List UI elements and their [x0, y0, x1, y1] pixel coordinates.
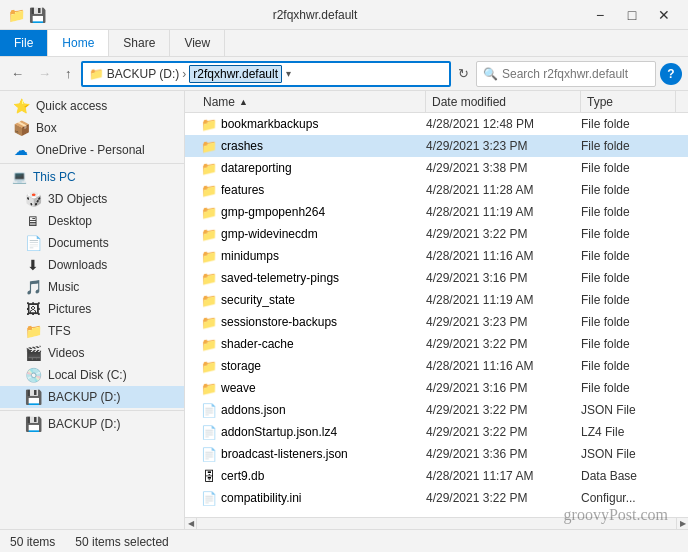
titlebar-save-icon: 💾 [29, 7, 46, 23]
table-row[interactable]: 📁 sessionstore-backups 4/29/2021 3:23 PM… [185, 311, 688, 333]
sidebar-item-label: Videos [48, 346, 84, 360]
file-date: 4/29/2021 3:22 PM [426, 425, 581, 439]
search-input[interactable] [502, 67, 649, 81]
table-row[interactable]: 📁 crashes 4/29/2021 3:23 PM File folde [185, 135, 688, 157]
sidebar-item-desktop[interactable]: 🖥 Desktop [0, 210, 184, 232]
table-row[interactable]: 📁 gmp-gmpopenh264 4/28/2021 11:19 AM Fil… [185, 201, 688, 223]
table-row[interactable]: 📄 addonStartup.json.lz4 4/29/2021 3:22 P… [185, 421, 688, 443]
tab-share[interactable]: Share [109, 30, 170, 56]
sidebar-item-videos[interactable]: 🎬 Videos [0, 342, 184, 364]
table-row[interactable]: 📁 shader-cache 4/29/2021 3:22 PM File fo… [185, 333, 688, 355]
file-date: 4/29/2021 3:23 PM [426, 139, 581, 153]
sidebar-item-label: OneDrive - Personal [36, 143, 145, 157]
tab-view[interactable]: View [170, 30, 225, 56]
sidebar-item-3d-objects[interactable]: 🎲 3D Objects [0, 188, 184, 210]
hscroll-track[interactable] [197, 518, 676, 529]
downloads-icon: ⬇ [24, 257, 42, 273]
file-date: 4/29/2021 3:16 PM [426, 271, 581, 285]
file-name: broadcast-listeners.json [219, 447, 426, 461]
sidebar-item-label: Local Disk (C:) [48, 368, 127, 382]
file-type: File folde [581, 359, 676, 373]
file-type: File folde [581, 337, 676, 351]
main-layout: ⭐ Quick access 📦 Box ☁ OneDrive - Person… [0, 91, 688, 529]
table-row[interactable]: 📁 minidumps 4/28/2021 11:16 AM File fold… [185, 245, 688, 267]
file-name: addons.json [219, 403, 426, 417]
file-type-icon: 📁 [199, 117, 219, 132]
sidebar-item-local-disk[interactable]: 💿 Local Disk (C:) [0, 364, 184, 386]
forward-button[interactable]: → [33, 63, 56, 84]
table-row[interactable]: 📄 broadcast-listeners.json 4/29/2021 3:3… [185, 443, 688, 465]
maximize-button[interactable]: □ [616, 0, 648, 30]
sidebar-item-downloads[interactable]: ⬇ Downloads [0, 254, 184, 276]
address-path[interactable]: 📁 BACKUP (D:) › r2fqxhwr.default ▾ [81, 61, 452, 87]
sidebar-item-music[interactable]: 🎵 Music [0, 276, 184, 298]
selected-count: 50 items selected [75, 535, 168, 549]
horizontal-scrollbar[interactable]: ◀ ▶ [185, 517, 688, 529]
tab-home[interactable]: Home [48, 30, 109, 56]
file-name: gmp-gmpopenh264 [219, 205, 426, 219]
table-row[interactable]: 📁 gmp-widevinecdm 4/29/2021 3:22 PM File… [185, 223, 688, 245]
tfs-icon: 📁 [24, 323, 42, 339]
back-button[interactable]: ← [6, 63, 29, 84]
file-type: File folde [581, 117, 676, 131]
file-name: saved-telemetry-pings [219, 271, 426, 285]
address-dropdown-button[interactable]: ▾ [282, 68, 295, 79]
hscroll-right-button[interactable]: ▶ [676, 518, 688, 529]
sidebar-item-label: BACKUP (D:) [48, 390, 120, 404]
sidebar-item-quick-access[interactable]: ⭐ Quick access [0, 95, 184, 117]
sidebar-item-box[interactable]: 📦 Box [0, 117, 184, 139]
titlebar-window-icons: 📁 💾 [8, 7, 46, 23]
table-row[interactable]: 📁 features 4/28/2021 11:28 AM File folde [185, 179, 688, 201]
table-row[interactable]: 📄 compatibility.ini 4/29/2021 3:22 PM Co… [185, 487, 688, 509]
table-row[interactable]: 📁 saved-telemetry-pings 4/29/2021 3:16 P… [185, 267, 688, 289]
sidebar-item-pictures[interactable]: 🖼 Pictures [0, 298, 184, 320]
table-row[interactable]: 📁 bookmarkbackups 4/28/2021 12:48 PM Fil… [185, 113, 688, 135]
sidebar-item-label: Box [36, 121, 57, 135]
this-pc-icon: 💻 [12, 170, 27, 184]
table-row[interactable]: 📁 storage 4/28/2021 11:16 AM File folde [185, 355, 688, 377]
file-type-icon: 📁 [199, 381, 219, 396]
table-row[interactable]: 🗄 cert9.db 4/28/2021 11:17 AM Data Base [185, 465, 688, 487]
col-header-name[interactable]: Name ▲ [197, 91, 426, 112]
file-type-icon: 🗄 [199, 469, 219, 484]
file-type-icon: 📁 [199, 315, 219, 330]
file-name: features [219, 183, 426, 197]
sidebar-item-tfs[interactable]: 📁 TFS [0, 320, 184, 342]
help-button[interactable]: ? [660, 63, 682, 85]
item-count: 50 items [10, 535, 55, 549]
file-type: File folde [581, 205, 676, 219]
up-button[interactable]: ↑ [60, 63, 77, 84]
minimize-button[interactable]: − [584, 0, 616, 30]
sidebar-item-this-pc[interactable]: 💻 This PC [0, 166, 184, 188]
sidebar-item-documents[interactable]: 📄 Documents [0, 232, 184, 254]
file-date: 4/29/2021 3:36 PM [426, 447, 581, 461]
sidebar-item-label: This PC [33, 170, 76, 184]
file-name: compatibility.ini [219, 491, 426, 505]
file-list: 📁 bookmarkbackups 4/28/2021 12:48 PM Fil… [185, 113, 688, 517]
table-row[interactable]: 📁 security_state 4/28/2021 11:19 AM File… [185, 289, 688, 311]
ribbon-tabs: File Home Share View [0, 30, 688, 56]
table-row[interactable]: 📁 weave 4/29/2021 3:16 PM File folde [185, 377, 688, 399]
sidebar-item-label: Desktop [48, 214, 92, 228]
path-current: r2fqxhwr.default [189, 65, 282, 83]
sidebar-item-backup-d[interactable]: 💾 BACKUP (D:) [0, 386, 184, 408]
sidebar: ⭐ Quick access 📦 Box ☁ OneDrive - Person… [0, 91, 185, 529]
quick-access-icon: ⭐ [12, 98, 30, 114]
sidebar-item-onedrive[interactable]: ☁ OneDrive - Personal [0, 139, 184, 161]
sidebar-item-backup-d2[interactable]: 💾 BACKUP (D:) [0, 413, 184, 435]
col-header-date[interactable]: Date modified [426, 91, 581, 112]
3d-objects-icon: 🎲 [24, 191, 42, 207]
file-type: File folde [581, 183, 676, 197]
onedrive-icon: ☁ [12, 142, 30, 158]
hscroll-left-button[interactable]: ◀ [185, 518, 197, 529]
search-icon: 🔍 [483, 67, 498, 81]
tab-file[interactable]: File [0, 30, 48, 56]
file-date: 4/29/2021 3:16 PM [426, 381, 581, 395]
refresh-button[interactable]: ↻ [455, 63, 472, 84]
table-row[interactable]: 📁 datareporting 4/29/2021 3:38 PM File f… [185, 157, 688, 179]
file-type-icon: 📁 [199, 293, 219, 308]
close-button[interactable]: ✕ [648, 0, 680, 30]
titlebar-controls: − □ ✕ [584, 0, 680, 30]
table-row[interactable]: 📄 addons.json 4/29/2021 3:22 PM JSON Fil… [185, 399, 688, 421]
col-header-type[interactable]: Type [581, 91, 676, 112]
